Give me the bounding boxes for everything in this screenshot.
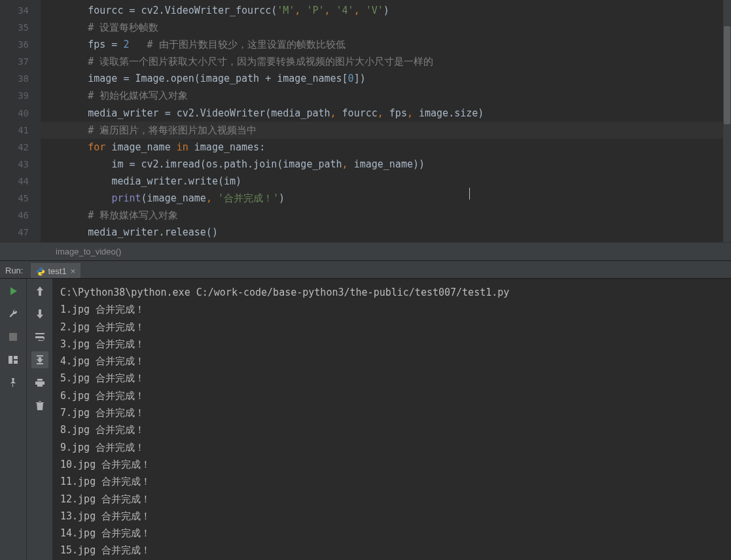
console-line: 8.jpg 合并完成！ xyxy=(60,421,731,438)
line-number: 46 xyxy=(0,207,29,224)
trash-icon[interactable] xyxy=(31,397,48,414)
run-tool-header: Run: test1 × xyxy=(0,260,731,279)
line-number: 47 xyxy=(0,224,29,241)
close-icon[interactable]: × xyxy=(71,266,76,276)
console-line: 2.jpg 合并完成！ xyxy=(60,319,731,336)
soft-wrap-icon[interactable] xyxy=(31,328,48,345)
console-line: 5.jpg 合并完成！ xyxy=(60,370,731,387)
console-line: 4.jpg 合并完成！ xyxy=(60,353,731,370)
line-number: 39 xyxy=(0,87,29,104)
line-number: 40 xyxy=(0,105,29,122)
code-line: fourcc = cv2.VideoWriter_fourcc('M', 'P'… xyxy=(41,2,731,19)
code-line: fps = 2 # 由于图片数目较少，这里设置的帧数比较低 xyxy=(41,36,731,53)
line-number: 36 xyxy=(0,36,29,53)
console-line: 15.jpg 合并完成！ xyxy=(60,542,731,559)
code-line: # 释放媒体写入对象 xyxy=(41,207,731,224)
run-button[interactable] xyxy=(5,283,22,300)
console-line: 3.jpg 合并完成！ xyxy=(60,336,731,353)
code-line: # 设置每秒帧数 xyxy=(41,19,731,36)
code-line: media_writer.write(im) xyxy=(41,173,731,190)
arrow-up-icon[interactable] xyxy=(31,283,48,300)
run-action-column-right xyxy=(26,279,52,560)
run-tab-label: test1 xyxy=(48,266,66,276)
line-number: 37 xyxy=(0,53,29,70)
code-line: # 读取第一个图片获取大小尺寸，因为需要转换成视频的图片大小尺寸是一样的 xyxy=(41,53,731,70)
line-number: 42 xyxy=(0,139,29,156)
arrow-down-icon[interactable] xyxy=(31,306,48,323)
console-command: C:\Python38\python.exe C:/work-code/base… xyxy=(60,284,731,301)
console-line: 12.jpg 合并完成！ xyxy=(60,491,731,508)
python-icon xyxy=(36,267,45,276)
code-line: media_writer.release() xyxy=(41,224,731,241)
code-line: im = cv2.imread(os.path.join(image_path,… xyxy=(41,156,731,173)
print-icon[interactable] xyxy=(31,374,48,391)
svg-rect-2 xyxy=(14,356,18,359)
scroll-to-end-icon[interactable] xyxy=(31,351,48,368)
run-tool-body: C:\Python38\python.exe C:/work-code/base… xyxy=(0,279,731,560)
breadcrumb[interactable]: image_to_video() xyxy=(0,242,731,260)
wrench-icon[interactable] xyxy=(5,306,22,323)
code-line: media_writer = cv2.VideoWriter(media_pat… xyxy=(41,105,731,122)
console-line: 10.jpg 合并完成！ xyxy=(60,456,731,473)
run-action-column-left xyxy=(0,279,26,560)
breadcrumb-item[interactable]: image_to_video() xyxy=(56,247,121,256)
svg-rect-0 xyxy=(9,333,17,341)
code-line: image = Image.open(image_path + image_na… xyxy=(41,70,731,87)
line-number: 43 xyxy=(0,156,29,173)
console-output[interactable]: C:\Python38\python.exe C:/work-code/base… xyxy=(52,279,731,560)
line-number-gutter: 3435363738394041424344454647 xyxy=(0,0,41,242)
run-tab[interactable]: test1 × xyxy=(31,263,80,278)
code-line: for image_name in image_names: xyxy=(41,139,731,156)
code-line: # 遍历图片，将每张图片加入视频当中 xyxy=(41,122,731,139)
console-line: 6.jpg 合并完成！ xyxy=(60,387,731,404)
run-label: Run: xyxy=(0,266,28,278)
console-line: 14.jpg 合并完成！ xyxy=(60,525,731,542)
code-line: print(image_name, '合并完成！') xyxy=(41,190,731,207)
code-line: # 初始化媒体写入对象 xyxy=(41,87,731,104)
line-number: 41 xyxy=(0,122,29,139)
line-number: 34 xyxy=(0,2,29,19)
svg-rect-3 xyxy=(14,360,18,364)
layout-icon[interactable] xyxy=(5,351,22,368)
line-number: 44 xyxy=(0,173,29,190)
console-line: 9.jpg 合并完成！ xyxy=(60,439,731,456)
console-line: 7.jpg 合并完成！ xyxy=(60,404,731,421)
console-line: 1.jpg 合并完成！ xyxy=(60,301,731,318)
console-line: 11.jpg 合并完成！ xyxy=(60,473,731,490)
console-line: 13.jpg 合并完成！ xyxy=(60,508,731,525)
stop-button[interactable] xyxy=(5,328,22,345)
code-area[interactable]: fourcc = cv2.VideoWriter_fourcc('M', 'P'… xyxy=(41,0,731,242)
line-number: 35 xyxy=(0,19,29,36)
code-editor[interactable]: 3435363738394041424344454647 fourcc = cv… xyxy=(0,0,731,242)
line-number: 45 xyxy=(0,190,29,207)
pin-icon[interactable] xyxy=(5,374,22,391)
line-number: 38 xyxy=(0,70,29,87)
svg-rect-1 xyxy=(9,356,12,364)
